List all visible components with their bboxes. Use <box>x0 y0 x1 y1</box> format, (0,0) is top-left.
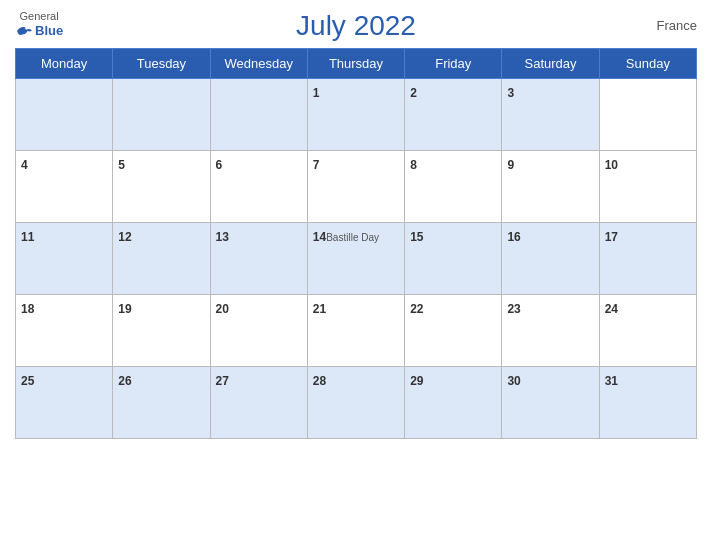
day-number: 9 <box>507 158 514 172</box>
week-row-5: 25262728293031 <box>16 367 697 439</box>
day-number: 5 <box>118 158 125 172</box>
day-cell-28: 28 <box>307 367 404 439</box>
day-cell-25: 25 <box>16 367 113 439</box>
day-cell-16: 16 <box>502 223 599 295</box>
month-title: July 2022 <box>296 10 416 42</box>
day-number: 4 <box>21 158 28 172</box>
day-number: 16 <box>507 230 520 244</box>
day-cell-21: 21 <box>307 295 404 367</box>
day-cell-8: 8 <box>405 151 502 223</box>
day-cell-11: 11 <box>16 223 113 295</box>
day-number: 1 <box>313 86 320 100</box>
empty-cell <box>113 79 210 151</box>
day-number: 31 <box>605 374 618 388</box>
day-cell-31: 31 <box>599 367 696 439</box>
empty-cell <box>16 79 113 151</box>
day-number: 13 <box>216 230 229 244</box>
day-number: 26 <box>118 374 131 388</box>
day-number: 20 <box>216 302 229 316</box>
day-number: 15 <box>410 230 423 244</box>
day-number: 6 <box>216 158 223 172</box>
day-number: 12 <box>118 230 131 244</box>
day-cell-19: 19 <box>113 295 210 367</box>
header-friday: Friday <box>405 49 502 79</box>
day-cell-27: 27 <box>210 367 307 439</box>
day-number: 14 <box>313 230 326 244</box>
day-cell-18: 18 <box>16 295 113 367</box>
header-monday: Monday <box>16 49 113 79</box>
day-cell-10: 10 <box>599 151 696 223</box>
day-cell-7: 7 <box>307 151 404 223</box>
day-cell-6: 6 <box>210 151 307 223</box>
day-cell-2: 2 <box>405 79 502 151</box>
day-number: 22 <box>410 302 423 316</box>
day-number: 23 <box>507 302 520 316</box>
day-cell-3: 3 <box>502 79 599 151</box>
week-row-3: 11121314Bastille Day151617 <box>16 223 697 295</box>
day-number: 19 <box>118 302 131 316</box>
week-row-1: 123 <box>16 79 697 151</box>
day-number: 3 <box>507 86 514 100</box>
day-cell-23: 23 <box>502 295 599 367</box>
day-cell-30: 30 <box>502 367 599 439</box>
logo-blue-text: Blue <box>35 23 63 39</box>
header-sunday: Sunday <box>599 49 696 79</box>
empty-cell <box>210 79 307 151</box>
day-number: 21 <box>313 302 326 316</box>
day-number: 8 <box>410 158 417 172</box>
weekday-header-row: Monday Tuesday Wednesday Thursday Friday… <box>16 49 697 79</box>
calendar-table: Monday Tuesday Wednesday Thursday Friday… <box>15 48 697 439</box>
day-number: 24 <box>605 302 618 316</box>
day-number: 28 <box>313 374 326 388</box>
day-number: 25 <box>21 374 34 388</box>
day-number: 29 <box>410 374 423 388</box>
day-number: 27 <box>216 374 229 388</box>
header-saturday: Saturday <box>502 49 599 79</box>
header-thursday: Thursday <box>307 49 404 79</box>
header-wednesday: Wednesday <box>210 49 307 79</box>
header-tuesday: Tuesday <box>113 49 210 79</box>
day-number: 30 <box>507 374 520 388</box>
day-cell-20: 20 <box>210 295 307 367</box>
day-cell-9: 9 <box>502 151 599 223</box>
day-cell-24: 24 <box>599 295 696 367</box>
day-cell-22: 22 <box>405 295 502 367</box>
day-cell-13: 13 <box>210 223 307 295</box>
logo-bird-icon <box>15 24 33 38</box>
day-number: 17 <box>605 230 618 244</box>
day-cell-1: 1 <box>307 79 404 151</box>
day-cell-5: 5 <box>113 151 210 223</box>
day-cell-17: 17 <box>599 223 696 295</box>
holiday-label: Bastille Day <box>326 232 379 243</box>
day-number: 10 <box>605 158 618 172</box>
day-cell-26: 26 <box>113 367 210 439</box>
country-label: France <box>657 18 697 33</box>
day-cell-4: 4 <box>16 151 113 223</box>
week-row-2: 45678910 <box>16 151 697 223</box>
day-number: 11 <box>21 230 34 244</box>
calendar-header: General Blue July 2022 France <box>15 10 697 42</box>
day-number: 2 <box>410 86 417 100</box>
day-number: 18 <box>21 302 34 316</box>
day-cell-14: 14Bastille Day <box>307 223 404 295</box>
day-number: 7 <box>313 158 320 172</box>
week-row-4: 18192021222324 <box>16 295 697 367</box>
day-cell-15: 15 <box>405 223 502 295</box>
day-cell-12: 12 <box>113 223 210 295</box>
logo-general-text: General <box>20 10 59 23</box>
calendar-wrapper: General Blue July 2022 France Monday Tue… <box>0 0 712 550</box>
day-cell-29: 29 <box>405 367 502 439</box>
logo-area: General Blue <box>15 10 63 39</box>
